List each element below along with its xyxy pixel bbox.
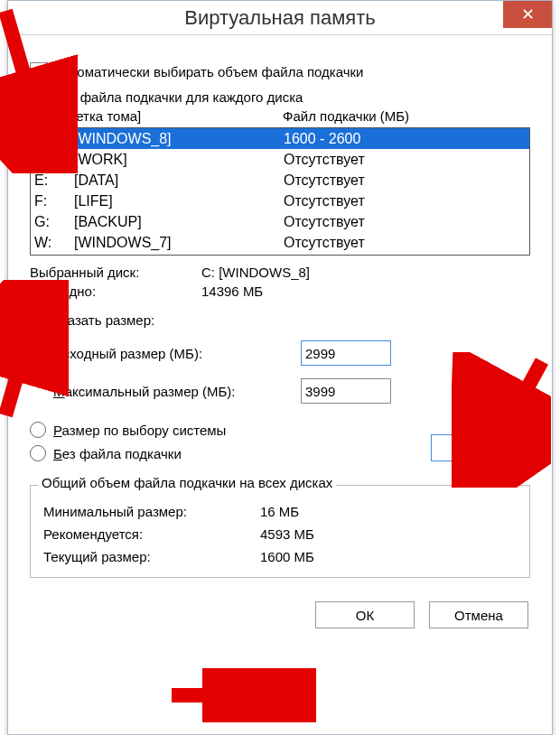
set-button[interactable]: Задать <box>431 434 521 461</box>
totals-group: Общий объем файла подкачки на всех диска… <box>30 485 530 578</box>
titlebar[interactable]: Виртуальная память ✕ <box>8 1 552 35</box>
custom-size-label: Указать размер: <box>53 312 154 328</box>
selected-drive-label: Выбранный диск: <box>30 265 201 280</box>
window-title: Виртуальная память <box>8 6 552 30</box>
initial-size-label: Исходный размер (МБ): <box>30 346 301 361</box>
totals-legend: Общий объем файла подкачки на всех диска… <box>38 475 336 490</box>
max-size-label: Максимальный размер (МБ): <box>30 384 301 399</box>
drive-row[interactable]: F:[LIFE]Отсутствует <box>31 191 529 211</box>
recommended-label: Рекомендуется: <box>43 526 260 542</box>
min-size-value: 16 МБ <box>260 504 299 519</box>
no-pagefile-label: Без файла подкачки <box>53 446 182 461</box>
drive-label: [WINDOWS_7] <box>74 232 284 253</box>
drive-row[interactable]: D:[WORK]Отсутствует <box>31 149 529 170</box>
min-size-label: Минимальный размер: <box>43 504 260 519</box>
drive-letter: G: <box>34 211 74 232</box>
drive-row[interactable]: W:[WINDOWS_7]Отсутствует <box>31 232 529 253</box>
drive-letter: W: <box>34 232 74 253</box>
auto-manage-label: Автоматически выбирать объем файла подка… <box>55 64 363 79</box>
current-size-value: 1600 МБ <box>260 549 314 564</box>
per-drive-heading: Размер файла подкачки для каждого диска <box>30 89 530 105</box>
recommended-value: 4593 МБ <box>260 526 314 542</box>
drive-pagefile: 1600 - 2600 <box>284 128 526 149</box>
drive-label: [LIFE] <box>74 191 284 211</box>
drive-row[interactable]: G:[BACKUP]Отсутствует <box>31 211 529 232</box>
drive-row[interactable]: E:[DATA]Отсутствует <box>31 170 529 191</box>
close-button[interactable]: ✕ <box>503 1 552 28</box>
ok-button[interactable]: ОК <box>315 601 415 628</box>
no-pagefile-radio[interactable] <box>30 445 46 461</box>
auto-manage-checkbox[interactable] <box>30 62 48 80</box>
drive-list-headers: Диск [метка тома] Файл подкачки (МБ) <box>30 108 530 124</box>
drive-letter: D: <box>34 149 74 170</box>
cancel-button[interactable]: Отмена <box>429 601 528 628</box>
drive-pagefile: Отсутствует <box>284 170 526 191</box>
initial-size-input[interactable] <box>301 340 391 366</box>
system-managed-radio[interactable] <box>30 422 46 438</box>
drive-letter: C: <box>34 128 74 149</box>
max-size-input[interactable] <box>301 378 391 404</box>
drive-pagefile: Отсутствует <box>284 149 526 170</box>
system-managed-label: Размер по выбору системы <box>53 423 226 438</box>
drive-pagefile: Отсутствует <box>284 211 526 232</box>
selected-drive-value: C: [WINDOWS_8] <box>201 265 530 280</box>
free-space-label: Свободно: <box>30 284 201 299</box>
close-icon: ✕ <box>521 5 535 24</box>
free-space-value: 14396 МБ <box>201 284 530 299</box>
drive-pagefile: Отсутствует <box>284 191 526 211</box>
current-size-label: Текущий размер: <box>43 549 260 564</box>
drive-pagefile: Отсутствует <box>284 232 526 253</box>
drive-label: [WINDOWS_8] <box>74 128 284 149</box>
drive-row[interactable]: C:[WINDOWS_8]1600 - 2600 <box>31 128 529 149</box>
drive-list[interactable]: C:[WINDOWS_8]1600 - 2600D:[WORK]Отсутств… <box>30 127 530 256</box>
custom-size-radio[interactable] <box>30 312 46 328</box>
drive-letter: F: <box>34 191 74 211</box>
drive-letter: E: <box>34 170 74 191</box>
virtual-memory-dialog: Виртуальная память ✕ Автоматически выбир… <box>7 0 553 735</box>
drive-label: [DATA] <box>74 170 284 191</box>
drive-label: [BACKUP] <box>74 211 284 232</box>
drive-label: [WORK] <box>74 149 284 170</box>
